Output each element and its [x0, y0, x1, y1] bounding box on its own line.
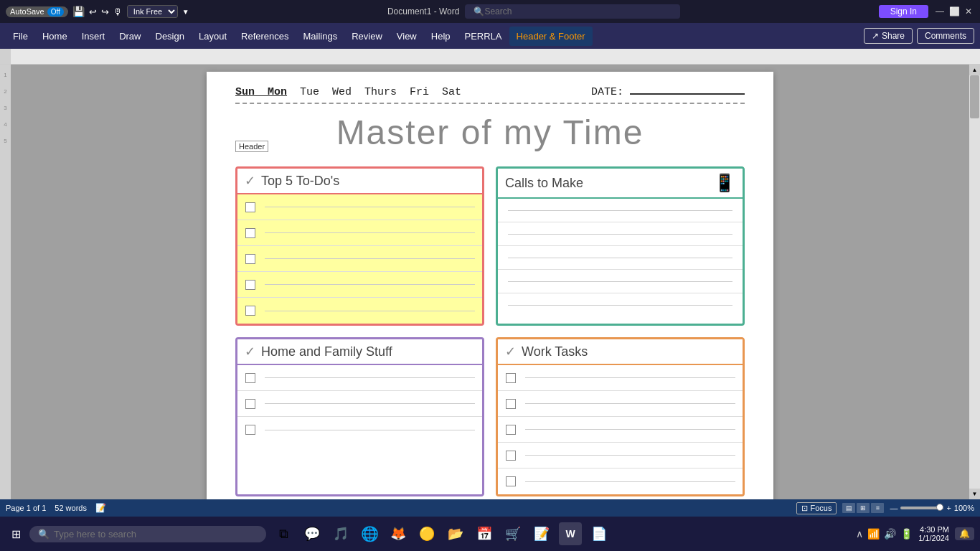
- taskbar-music[interactable]: 🎵: [329, 522, 352, 545]
- proofing-icon[interactable]: 📝: [95, 503, 106, 513]
- print-view-button[interactable]: ▤: [842, 503, 855, 513]
- focus-icon: ⊡: [801, 504, 808, 513]
- zoom-out-icon[interactable]: —: [890, 504, 897, 512]
- work-line-2[interactable]: [525, 403, 735, 404]
- search-input[interactable]: [484, 6, 642, 17]
- calls-line-5[interactable]: [508, 305, 732, 306]
- home-checkbox-1[interactable]: [245, 373, 255, 383]
- date-line[interactable]: [630, 93, 745, 95]
- right-scrollbar[interactable]: ▲ ▼: [969, 65, 980, 499]
- maximize-button[interactable]: ⬜: [948, 6, 960, 17]
- zoom-in-icon[interactable]: +: [946, 504, 951, 512]
- taskbar-edge[interactable]: 🌐: [358, 522, 381, 545]
- todo-title: Top 5 To-Do's: [261, 174, 339, 189]
- taskbar-store[interactable]: 🛒: [501, 522, 524, 545]
- tray-volume[interactable]: 🔊: [884, 528, 896, 540]
- menu-references[interactable]: References: [234, 27, 296, 46]
- menu-mailings[interactable]: Mailings: [296, 27, 345, 46]
- read-view-button[interactable]: ≡: [871, 503, 884, 513]
- redo-icon[interactable]: ↪: [101, 6, 109, 17]
- todo-line-4[interactable]: [265, 284, 475, 285]
- menu-file[interactable]: File: [6, 27, 35, 46]
- home-line-1[interactable]: [265, 377, 475, 378]
- checkbox-2[interactable]: [245, 228, 255, 238]
- close-button[interactable]: ✕: [963, 6, 974, 17]
- todo-line-5[interactable]: [265, 311, 475, 311]
- todo-line-2[interactable]: [265, 232, 475, 233]
- checkbox-3[interactable]: [245, 254, 255, 264]
- work-line-3[interactable]: [525, 429, 735, 430]
- taskbar-files[interactable]: 📂: [444, 522, 467, 545]
- profile-button[interactable]: Sign In: [879, 5, 928, 18]
- todo-line-1[interactable]: [265, 207, 475, 207]
- scroll-thumb[interactable]: [970, 75, 979, 118]
- work-line-5[interactable]: [525, 481, 735, 482]
- zoom-slider[interactable]: [900, 507, 943, 509]
- taskbar-search[interactable]: 🔍: [29, 526, 266, 542]
- taskbar-sticky-notes[interactable]: 📝: [530, 522, 553, 545]
- work-checkbox-2[interactable]: [506, 399, 516, 409]
- scroll-up-button[interactable]: ▲: [969, 65, 980, 75]
- dictate-icon[interactable]: 🎙: [113, 6, 123, 17]
- tray-up-arrow[interactable]: ∧: [856, 528, 863, 540]
- tray-network[interactable]: 📶: [867, 528, 880, 540]
- home-checkbox-3[interactable]: [245, 425, 255, 435]
- work-line-1[interactable]: [525, 377, 735, 378]
- taskbar-task-view[interactable]: ⧉: [272, 522, 295, 545]
- calls-line-4[interactable]: [508, 281, 732, 282]
- work-checkbox-1[interactable]: [506, 373, 516, 383]
- checkbox-4[interactable]: [245, 280, 255, 290]
- menu-layout[interactable]: Layout: [192, 27, 234, 46]
- checkbox-1[interactable]: [245, 202, 255, 212]
- windows-start-button[interactable]: ⊞: [6, 524, 27, 544]
- work-checkbox-4[interactable]: [506, 451, 516, 461]
- menu-help[interactable]: Help: [424, 27, 458, 46]
- work-line-4[interactable]: [525, 455, 735, 456]
- undo-icon[interactable]: ↩: [89, 6, 97, 17]
- menu-insert[interactable]: Insert: [75, 27, 113, 46]
- home-line-2[interactable]: [265, 403, 475, 404]
- home-rows: [237, 365, 482, 443]
- menu-perrla[interactable]: PERRLA: [458, 27, 509, 46]
- taskbar-word[interactable]: W: [559, 522, 582, 545]
- todo-line-3[interactable]: [265, 258, 475, 259]
- share-button[interactable]: ↗ Share: [864, 28, 913, 44]
- calls-line-1[interactable]: [508, 210, 732, 211]
- comments-button[interactable]: Comments: [917, 28, 974, 44]
- work-checkbox-3[interactable]: [506, 425, 516, 435]
- menu-header-footer[interactable]: Header & Footer: [509, 27, 593, 46]
- taskbar-calendar[interactable]: 📅: [473, 522, 496, 545]
- work-checkbox-5[interactable]: [506, 476, 516, 486]
- calls-line-2[interactable]: [508, 234, 732, 235]
- tray-battery[interactable]: 🔋: [900, 528, 913, 540]
- menu-view[interactable]: View: [390, 27, 424, 46]
- autosave-toggle[interactable]: AutoSave Off: [6, 6, 68, 17]
- left-margin: 1 2 3 4 5: [0, 65, 11, 499]
- home-line-3[interactable]: [265, 430, 475, 430]
- menu-design[interactable]: Design: [149, 27, 192, 46]
- web-view-button[interactable]: ⊞: [857, 503, 870, 513]
- autosave-state[interactable]: Off: [47, 7, 64, 17]
- focus-button[interactable]: ⊡ Focus: [796, 502, 837, 514]
- taskbar-chat[interactable]: 💬: [301, 522, 324, 545]
- system-clock[interactable]: 4:30 PM 1/1/2024: [918, 525, 949, 542]
- menu-review[interactable]: Review: [344, 27, 390, 46]
- home-checkbox-2[interactable]: [245, 399, 255, 409]
- taskbar-chrome[interactable]: 🟡: [415, 522, 438, 545]
- calls-line-3[interactable]: [508, 258, 732, 258]
- taskbar-acrobat[interactable]: 📄: [588, 522, 611, 545]
- notification-button[interactable]: 🔔: [955, 527, 974, 540]
- taskbar-search-input[interactable]: [54, 529, 240, 540]
- style-dropdown-arrow[interactable]: ▼: [182, 8, 189, 16]
- zoom-thumb[interactable]: [936, 504, 943, 511]
- taskbar-firefox[interactable]: 🦊: [387, 522, 410, 545]
- scroll-down-button[interactable]: ▼: [969, 489, 980, 499]
- menu-home[interactable]: Home: [35, 27, 75, 46]
- save-icon[interactable]: 💾: [72, 6, 85, 17]
- search-box[interactable]: 🔍: [465, 4, 680, 19]
- scroll-track[interactable]: [969, 75, 980, 489]
- checkbox-5[interactable]: [245, 306, 255, 316]
- minimize-button[interactable]: —: [934, 6, 946, 17]
- style-dropdown[interactable]: Ink Free: [127, 5, 178, 18]
- menu-draw[interactable]: Draw: [112, 27, 148, 46]
